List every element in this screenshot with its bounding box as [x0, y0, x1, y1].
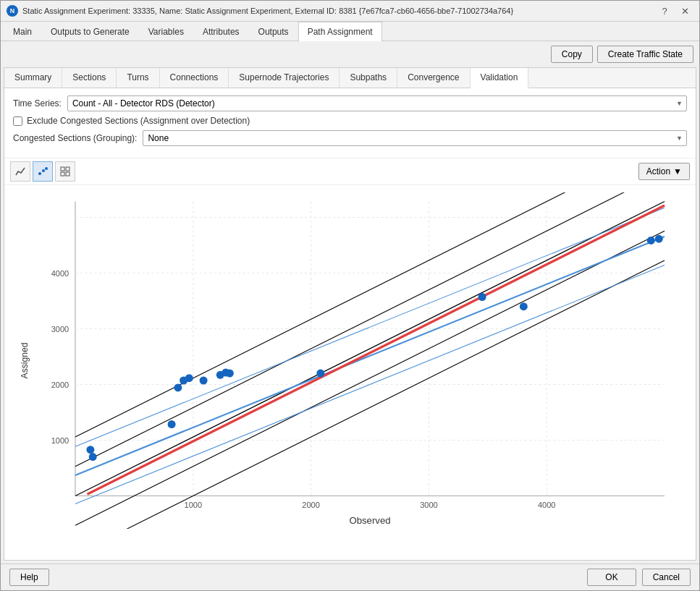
data-point-3: [168, 420, 176, 428]
secondary-tabs: Summary Sections Turns Connections Super…: [4, 68, 696, 88]
svg-text:1000: 1000: [51, 436, 69, 445]
congested-sections-row: Congested Sections (Grouping): None: [13, 130, 687, 146]
data-point-15: [655, 235, 663, 243]
svg-text:3000: 3000: [51, 325, 69, 333]
tab-main-variables[interactable]: Variables: [139, 22, 193, 41]
help-icon-btn[interactable]: ?: [656, 4, 673, 18]
svg-line-29: [75, 192, 665, 437]
tab-supernode-trajectories[interactable]: Supernode Trajectories: [229, 68, 340, 88]
content-area: Summary Sections Turns Connections Super…: [4, 67, 696, 561]
copy-button[interactable]: Copy: [551, 46, 593, 63]
window-title: Static Assignment Experiment: 33335, Nam…: [22, 7, 513, 15]
tab-main-path-assignment[interactable]: Path Assignment: [298, 22, 382, 41]
tab-subpaths[interactable]: Subpaths: [340, 68, 397, 88]
data-point-2: [89, 453, 97, 461]
svg-rect-6: [66, 172, 69, 176]
svg-text:2000: 2000: [51, 380, 69, 389]
svg-rect-5: [61, 172, 64, 176]
data-point-11: [316, 370, 324, 378]
create-traffic-state-button[interactable]: Create Traffic State: [597, 46, 693, 63]
time-series-label: Time Series:: [13, 98, 62, 109]
svg-rect-4: [66, 167, 69, 171]
app-icon: N: [7, 5, 18, 17]
toolbar: Copy Create Traffic State: [1, 41, 699, 67]
cancel-button[interactable]: Cancel: [642, 569, 691, 586]
svg-line-27: [75, 192, 665, 467]
data-point-12: [478, 293, 486, 301]
chart-toolbar: Action ▼: [4, 158, 696, 185]
action-button[interactable]: Action ▼: [638, 163, 690, 180]
tab-sections[interactable]: Sections: [62, 68, 117, 88]
chart-view-buttons: [10, 161, 75, 182]
svg-point-0: [38, 172, 41, 175]
svg-line-34: [88, 205, 665, 494]
tab-main-attributes[interactable]: Attributes: [193, 22, 249, 41]
svg-line-26: [75, 202, 665, 496]
svg-text:4000: 4000: [51, 269, 69, 278]
svg-point-2: [45, 167, 48, 170]
svg-text:4000: 4000: [538, 501, 555, 509]
svg-text:2000: 2000: [302, 501, 319, 509]
tab-summary[interactable]: Summary: [4, 68, 62, 88]
data-point-4: [174, 383, 182, 391]
data-point-1: [86, 446, 94, 454]
action-dropdown-icon: ▼: [673, 166, 682, 177]
svg-line-28: [75, 231, 665, 525]
data-point-10: [226, 370, 234, 378]
data-point-14: [647, 237, 655, 245]
main-tabs: Main Outputs to Generate Variables Attri…: [1, 22, 699, 41]
time-series-row: Time Series: Count - All - Detector RDS …: [13, 95, 687, 111]
tab-validation[interactable]: Validation: [471, 68, 529, 88]
chart-view-grid-btn[interactable]: [55, 161, 75, 182]
svg-text:3000: 3000: [420, 501, 437, 509]
data-point-13: [520, 302, 528, 310]
tab-convergence[interactable]: Convergence: [397, 68, 470, 88]
x-axis-title: Observed: [349, 515, 390, 526]
ok-button[interactable]: OK: [587, 569, 636, 586]
svg-text:1000: 1000: [185, 501, 202, 509]
exclude-congested-row: Exclude Congested Sections (Assignment o…: [13, 116, 687, 126]
action-label: Action: [646, 166, 670, 177]
help-button[interactable]: Help: [9, 569, 49, 586]
tab-main-outputs-to-generate[interactable]: Outputs to Generate: [41, 22, 139, 41]
svg-point-1: [42, 169, 45, 172]
main-window: N Static Assignment Experiment: 33335, N…: [0, 0, 700, 591]
tab-connections[interactable]: Connections: [160, 68, 229, 88]
y-axis-label: Assigned: [20, 343, 30, 379]
chart-svg: Assigned 1000 2000: [12, 192, 688, 529]
tab-main-outputs[interactable]: Outputs: [249, 22, 298, 41]
tab-turns[interactable]: Turns: [117, 68, 159, 88]
congested-sections-select-wrapper[interactable]: None: [143, 130, 687, 146]
data-point-6: [185, 374, 193, 382]
svg-line-32: [75, 208, 665, 446]
tab-main-main[interactable]: Main: [4, 22, 41, 41]
exclude-congested-checkbox[interactable]: [13, 116, 22, 126]
chart-container: Assigned 1000 2000: [4, 185, 696, 561]
bottom-bar: Help OK Cancel: [1, 564, 699, 590]
chart-view-scatter-btn[interactable]: [33, 161, 53, 182]
close-button[interactable]: ✕: [676, 4, 693, 18]
svg-line-31: [75, 237, 665, 475]
time-series-select-wrapper[interactable]: Count - All - Detector RDS (Detector): [67, 95, 687, 111]
svg-rect-3: [61, 167, 64, 171]
chart-view-line-btn[interactable]: [10, 161, 30, 182]
congested-sections-select[interactable]: None: [143, 130, 687, 146]
time-series-select[interactable]: Count - All - Detector RDS (Detector): [67, 95, 687, 111]
congested-sections-label: Congested Sections (Grouping):: [13, 133, 137, 143]
data-point-7: [200, 377, 208, 385]
exclude-congested-label[interactable]: Exclude Congested Sections (Assignment o…: [27, 116, 250, 126]
title-bar: N Static Assignment Experiment: 33335, N…: [1, 1, 699, 22]
options-section: Time Series: Count - All - Detector RDS …: [4, 88, 696, 158]
